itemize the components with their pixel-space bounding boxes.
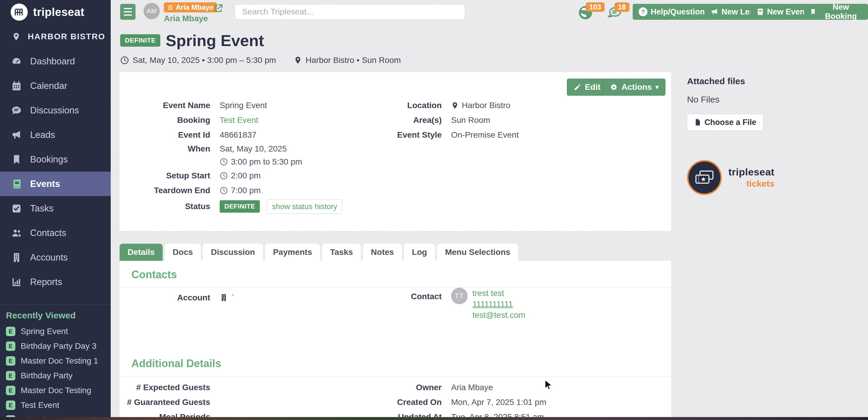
calendar-icon	[11, 81, 22, 91]
tab-notes[interactable]: Notes	[363, 244, 402, 261]
field-value: Mon, Apr 7, 2025 1:01 pm	[442, 397, 546, 407]
sidebar-item-discussions[interactable]: Discussions	[0, 98, 111, 123]
contact-email-link[interactable]: test@test.com	[472, 310, 525, 320]
recent-item-master-doc-testing[interactable]: E Master Doc Testing	[0, 383, 111, 398]
discussion-bubble-icon	[11, 105, 22, 116]
recent-item-master-doc-testing-1[interactable]: E Master Doc Testing 1	[0, 354, 111, 368]
recent-item-test-event[interactable]: E Test Event	[0, 398, 111, 413]
sidebar-item-dashboard[interactable]: Dashboard	[0, 49, 111, 73]
additional-right-column: Owner Aria Mbaye Created On Mon, Apr 7, …	[353, 380, 669, 420]
sidebar: tripleseat HARBOR BISTRO Dashboard Calen…	[0, 0, 111, 420]
field-label: # Expected Guests	[120, 383, 210, 392]
field-label: When	[120, 142, 210, 155]
sidebar-item-calendar[interactable]: Calendar	[0, 73, 111, 98]
sidebar-item-tasks[interactable]: Tasks	[0, 196, 111, 221]
brand-logo-text: tripleseat	[33, 6, 85, 19]
bookmark-icon	[11, 154, 22, 165]
accounts-building-icon	[11, 252, 22, 263]
tab-menu-selections[interactable]: Menu Selections	[437, 244, 518, 261]
no-files-text: No Files	[687, 94, 858, 104]
sidebar-item-contacts[interactable]: Contacts	[0, 221, 111, 245]
event-summary-panel: Edit Actions ▾ Event Name Spring Event B…	[120, 72, 671, 231]
new-booking-label: New Booking	[819, 3, 862, 21]
field-value: Sun Room	[442, 116, 490, 125]
event-type-badge: E	[6, 356, 16, 366]
tripleseat-app: tripleseat HARBOR BISTRO Dashboard Calen…	[0, 0, 868, 420]
venue-name: HARBOR BISTRO	[28, 32, 105, 41]
tab-details[interactable]: Details	[120, 244, 163, 261]
field-areas: Area(s) Sun Room	[353, 113, 669, 128]
contact-name-link[interactable]: trest test	[472, 289, 504, 298]
menu-toggle-button[interactable]	[120, 4, 135, 20]
file-icon	[694, 118, 702, 126]
help-button-label: Help/Question	[651, 7, 705, 17]
reports-chart-icon	[11, 277, 22, 288]
event-datetime: Sat, May 10, 2025 • 3:00 pm – 5:30 pm	[132, 56, 276, 65]
tab-log[interactable]: Log	[404, 244, 435, 261]
show-status-history-button[interactable]: show status history	[267, 199, 342, 214]
external-link-icon[interactable]	[213, 4, 223, 13]
field-label: Area(s)	[353, 116, 442, 125]
recent-item-label: Test Event	[21, 400, 59, 410]
user-name-link[interactable]: Aria Mbaye	[164, 14, 217, 23]
contact-avatar: TT	[451, 288, 468, 304]
megaphone-icon	[11, 130, 22, 140]
user-avatar[interactable]: AM	[144, 3, 160, 19]
help-question-button[interactable]: ? Help/Question	[633, 4, 711, 20]
event-header: DEFINITE Spring Event	[120, 31, 264, 50]
sidebar-item-label: Leads	[30, 130, 55, 140]
tab-docs[interactable]: Docs	[165, 244, 201, 261]
page-title: Spring Event	[166, 31, 264, 50]
choose-file-button[interactable]: Choose a File	[687, 114, 763, 130]
tickets-logo-line1: tripleseat	[728, 166, 774, 178]
bookmark-icon	[810, 8, 816, 16]
field-label: Teardown End	[120, 186, 210, 195]
brand-logo[interactable]: tripleseat	[11, 4, 85, 21]
recent-item-birthday-party[interactable]: E Birthday Party	[0, 368, 111, 383]
tab-discussion[interactable]: Discussion	[203, 244, 263, 261]
tab-tasks[interactable]: Tasks	[322, 244, 361, 261]
recent-item-spring-event[interactable]: E Spring Event	[0, 324, 111, 339]
attached-files-title: Attached files	[687, 76, 858, 86]
sidebar-item-label: Contacts	[30, 228, 66, 238]
dashboard-icon	[11, 56, 22, 67]
field-teardown-end: Teardown End 7:00 pm	[120, 183, 410, 198]
tab-payments[interactable]: Payments	[265, 244, 320, 261]
chat-notifications[interactable]: 18	[606, 5, 623, 21]
recently-viewed: Recently Viewed E Spring Event E Birthda…	[0, 304, 111, 420]
sidebar-item-accounts[interactable]: Accounts	[0, 245, 111, 270]
field-value: Harbor Bistro	[462, 101, 510, 110]
details-tab-content: Contacts Account ` Contact TT trest test…	[120, 261, 671, 420]
edit-button[interactable]: Edit	[567, 79, 607, 96]
global-notifications[interactable]: 103	[578, 5, 593, 21]
account-value: `	[231, 293, 234, 302]
actions-button[interactable]: Actions ▾	[603, 79, 665, 96]
contacts-section-title: Contacts	[131, 268, 671, 281]
sidebar-item-events[interactable]: Events	[0, 172, 111, 196]
search-input[interactable]	[235, 4, 465, 20]
tripleseat-tickets-logo[interactable]: tripleseat tickets	[687, 160, 858, 195]
location-pin-icon	[294, 56, 302, 64]
tickets-logo-line2: tickets	[728, 179, 774, 189]
location-pin-icon	[12, 32, 21, 41]
additional-details-body: # Expected Guests # Guaranteed Guests Me…	[120, 377, 671, 420]
event-type-badge: E	[6, 327, 16, 336]
field-value: Spring Event	[210, 101, 267, 110]
status-badge: DEFINITE	[220, 200, 260, 213]
user-venue-badge[interactable]: Aria Mbaye	[164, 2, 217, 12]
event-header-meta: Sat, May 10, 2025 • 3:00 pm – 5:30 pm Ha…	[120, 56, 401, 65]
new-booking-button[interactable]: New Booking	[804, 4, 868, 20]
chat-notification-count: 18	[614, 2, 629, 12]
sidebar-item-reports[interactable]: Reports	[0, 270, 111, 294]
sidebar-item-bookings[interactable]: Bookings	[0, 147, 111, 172]
contact-phone-link[interactable]: 1111111111	[472, 299, 513, 309]
field-when: When Sat, May 10, 2025 3:00 pm to 5:30 p…	[120, 142, 410, 168]
recent-item-label: Spring Event	[21, 327, 68, 336]
event-status-badge: DEFINITE	[120, 34, 160, 47]
booking-link[interactable]: Test Event	[220, 116, 258, 125]
sidebar-item-leads[interactable]: Leads	[0, 123, 111, 147]
field-value: On-Premise Event	[442, 130, 519, 140]
recent-item-birthday-party-day-3[interactable]: E Birthday Party Day 3	[0, 339, 111, 354]
venue-selector[interactable]: HARBOR BISTRO	[12, 32, 105, 41]
field-label: Setup Start	[120, 171, 210, 180]
